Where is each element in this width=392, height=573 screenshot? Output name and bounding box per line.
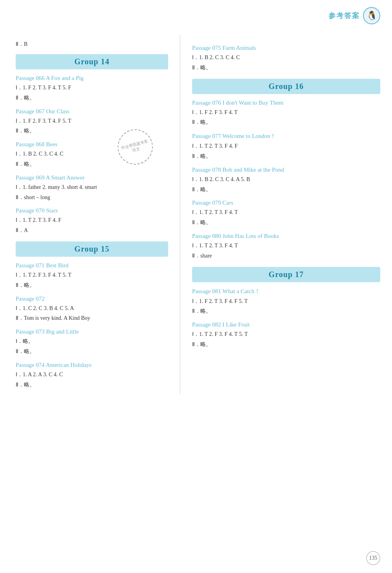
passage-080-line2: Ⅱ．share	[192, 251, 380, 261]
passage-071-line1: Ⅰ．1. T 2. F 3. F 4. T 5. T	[16, 270, 168, 280]
passage-080-line1: Ⅰ．1. T 2. T 3. F 4. T	[192, 241, 380, 250]
passage-078-line1: Ⅰ．1. B 2. C 3. C 4. A 5. B	[192, 175, 380, 184]
passage-073-line2: Ⅱ．略。	[16, 347, 168, 356]
passage-070-line2: Ⅱ．A	[16, 226, 168, 235]
passage-067-title: Passage 067 Our Class	[16, 108, 168, 115]
passage-078-line2: Ⅱ．略。	[192, 185, 380, 194]
passage-077-title: Passage 077 Welcome to London！	[192, 132, 380, 140]
passage-066-line2: Ⅱ．略。	[16, 93, 168, 103]
passage-081-line2: Ⅱ．略。	[192, 306, 380, 316]
passage-079-line1: Ⅰ．1. T 2. T 3. F 4. T	[192, 208, 380, 217]
passage-071-line2: Ⅱ．略。	[16, 281, 168, 290]
passage-081-title: Passage 081 What a Catch！	[192, 288, 380, 295]
page-number: 135	[366, 551, 380, 565]
passage-071-title: Passage 071 Best Bird	[16, 262, 168, 269]
passage-069-line2: Ⅱ．short－long	[16, 193, 168, 202]
passage-082-line2: Ⅱ．略。	[192, 340, 380, 349]
passage-075-title: Passage 075 Farm Animals	[192, 45, 380, 51]
group17-header: Group 17	[192, 267, 380, 282]
left-column: Ⅱ．B Group 14 Passage 066 A Fox and a Pig…	[0, 35, 180, 394]
passage-077-line1: Ⅰ．1. T 2. T 3. F 4. F	[192, 141, 380, 151]
passage-075-line2: Ⅱ．略。	[192, 63, 380, 73]
stamp-text: 作业帮选题专享 语文	[121, 138, 150, 155]
passage-079-line2: Ⅱ．略。	[192, 218, 380, 227]
passage-073-title: Passage 073 Big and Little	[16, 328, 168, 335]
passage-069-line1: Ⅰ．1. father 2. many 3. short 4. smart	[16, 183, 168, 192]
passage-066-line1: Ⅰ．1. F 2. T 3. F 4. T 5. F	[16, 83, 168, 92]
passage-070-title: Passage 070 Stars	[16, 207, 168, 214]
passage-076-title: Passage 076 I don't Want to Buy Them	[192, 100, 380, 106]
header-icon: 🐧	[363, 7, 380, 24]
passage-070-line1: Ⅰ．1. T 2. T 3. F 4. F	[16, 216, 168, 225]
passage-081-line1: Ⅰ．1. F 2. T 3. F 4. F 5. T	[192, 297, 380, 306]
passage-082-line1: Ⅰ．1. T 2. F 3. F 4. T 5. T	[192, 330, 380, 339]
passage-069-title: Passage 069 A Smart Answer	[16, 174, 168, 181]
passage-067-line1: Ⅰ．1. F 2. F 3. T 4. F 5. T	[16, 116, 168, 126]
header-title: 参考答案	[328, 11, 360, 20]
header: 参考答案 🐧	[328, 7, 380, 24]
passage-076-line2: Ⅱ．略。	[192, 118, 380, 127]
passage-073-line1: Ⅰ．略。	[16, 337, 168, 346]
passage-079-title: Passage 079 Cars	[192, 199, 380, 206]
intro-line: Ⅱ．B	[16, 41, 168, 48]
passage-080-title: Passage 080 John Has Lots of Books	[192, 233, 380, 239]
passage-074-title: Passage 074 American Holidays	[16, 362, 168, 368]
passage-074-line2: Ⅱ．略。	[16, 380, 168, 390]
passage-077-line2: Ⅱ．略。	[192, 152, 380, 161]
passage-066-title: Passage 066 A Fox and a Pig	[16, 75, 168, 82]
page: 参考答案 🐧 Ⅱ．B Group 14 Passage 066 A Fox an…	[0, 0, 392, 573]
passage-074-line1: Ⅰ．1. A 2. A 3. C 4. C	[16, 370, 168, 379]
passage-075-line1: Ⅰ．1. B 2. C 3. C 4. C	[192, 53, 380, 62]
passage-076-line1: Ⅰ．1. F 2. F 3. F 4. T	[192, 108, 380, 117]
columns: Ⅱ．B Group 14 Passage 066 A Fox and a Pig…	[0, 12, 392, 394]
group15-header: Group 15	[16, 241, 168, 257]
passage-082-title: Passage 082 I Like Fruit	[192, 321, 380, 328]
passage-078-title: Passage 078 Bob and Mike at the Pond	[192, 167, 380, 173]
group16-header: Group 16	[192, 79, 380, 94]
right-column: Passage 075 Farm Animals Ⅰ．1. B 2. C 3. …	[180, 35, 392, 394]
group14-header: Group 14	[16, 54, 168, 69]
passage-072-line2: Ⅱ．Tom is very kind. A Kind Boy	[16, 314, 168, 323]
passage-072-title: Passage 072	[16, 296, 168, 302]
passage-072-line1: Ⅰ．1. C 2. C 3. B 4. C 5. A	[16, 304, 168, 313]
